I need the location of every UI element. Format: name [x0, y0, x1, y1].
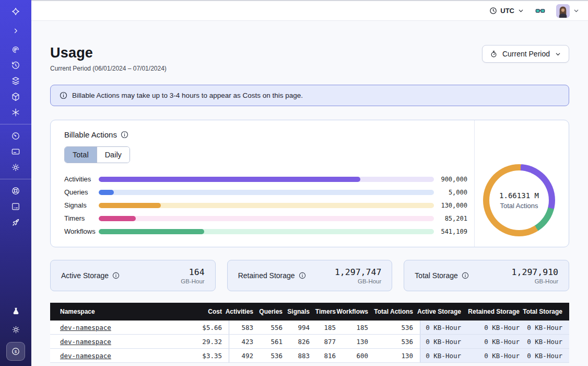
bar-label: Signals — [64, 201, 99, 209]
sidebar-item-usage[interactable] — [0, 128, 31, 144]
stopwatch-icon — [490, 50, 498, 58]
page-title: Usage — [50, 45, 167, 61]
cell-cost: 29.32 — [179, 335, 229, 348]
cell-active-storage: 0 KB-Hour — [420, 321, 468, 334]
asterisk-icon — [10, 107, 21, 118]
donut-center: 1.66131 M Total Actions — [483, 164, 555, 236]
sidebar: $ — [0, 0, 31, 366]
timezone-selector[interactable]: UTC — [489, 7, 524, 15]
sidebar-item-labs[interactable] — [0, 302, 31, 320]
table-header: Namespace Cost Activities Queries Signal… — [50, 303, 569, 321]
sidebar-item-spiral[interactable] — [0, 42, 31, 58]
cell-workflows: 185 — [343, 321, 375, 334]
cell-queries: 536 — [260, 349, 289, 362]
page-subtitle: Current Period (06/01/2024 – 07/01/2024) — [50, 65, 167, 72]
sidebar-item-expand[interactable] — [0, 23, 31, 39]
cell-total-storage: 0 KB-Hour — [526, 335, 569, 348]
period-selector-button[interactable]: Current Period — [482, 45, 569, 63]
cell-cost: $3.35 — [179, 349, 229, 362]
namespace-link[interactable]: dev-namespace — [60, 324, 111, 331]
info-icon[interactable] — [462, 272, 469, 279]
glasses-button[interactable] — [535, 5, 546, 16]
chevron-right-icon — [11, 26, 20, 36]
sidebar-divider — [0, 124, 31, 124]
page-content: Usage Current Period (06/01/2024 – 07/01… — [31, 21, 588, 366]
layers-icon — [10, 76, 21, 86]
cell-timers: 816 — [316, 349, 343, 362]
cell-cost: $5.66 — [179, 321, 229, 334]
bar-value: 5,000 — [434, 189, 475, 196]
storage-cards-row: Active Storage 164 GB-Hour Retained Stor… — [50, 260, 569, 291]
bar-value: 541,109 — [434, 228, 475, 235]
cell-total-storage: 0 KB-Hour — [526, 349, 569, 362]
sun-icon — [11, 325, 21, 335]
sidebar-divider — [0, 179, 31, 179]
bar-track — [99, 177, 434, 182]
spiral-icon — [10, 44, 21, 55]
rocket-icon — [10, 217, 21, 227]
tab-daily[interactable]: Daily — [97, 147, 130, 163]
bar-label: Activities — [64, 175, 99, 183]
cell-retained-storage: 0 KB-Hour — [468, 349, 526, 362]
sidebar-item-home[interactable] — [0, 3, 31, 21]
column-active-storage: Active Storage — [420, 303, 468, 321]
total-storage-value: 1,297,910 — [512, 267, 558, 277]
user-menu[interactable] — [556, 4, 580, 18]
timezone-label: UTC — [500, 7, 514, 15]
namespace-link[interactable]: dev-namespace — [60, 352, 111, 360]
cell-retained-storage: 0 KB-Hour — [468, 321, 526, 334]
card-divider — [474, 120, 475, 247]
cell-signals: 883 — [289, 349, 316, 362]
column-namespace: Namespace — [50, 303, 179, 321]
active-storage-label: Active Storage — [61, 271, 109, 280]
bar-fill — [99, 229, 204, 234]
total-storage-card: Total Storage 1,297,910 GB-Hour — [404, 260, 569, 291]
bar-row-workflows: Workflows 541,109 — [64, 225, 475, 238]
cell-activities: 423 — [229, 335, 260, 348]
bar-row-signals: Signals 130,000 — [64, 199, 475, 212]
sidebar-item-nexus[interactable] — [0, 105, 31, 120]
retained-storage-value: 1,297,747 — [335, 267, 381, 277]
info-icon[interactable] — [299, 272, 306, 279]
column-workflows: Workflows — [343, 303, 375, 321]
info-icon[interactable] — [121, 131, 128, 139]
cell-retained-storage: 0 KB-Hour — [468, 335, 526, 348]
sidebar-item-support[interactable] — [0, 183, 31, 199]
total-storage-label: Total Storage — [415, 271, 458, 280]
cell-total-actions: 130 — [375, 349, 420, 362]
sidebar-item-theme-toggle[interactable] — [0, 320, 31, 339]
sidebar-item-settings[interactable] — [0, 159, 31, 175]
billable-actions-card: Billable Actions Total Daily Activities … — [50, 120, 569, 247]
cell-queries: 556 — [260, 321, 289, 334]
cell-activities: 583 — [229, 321, 260, 334]
sidebar-item-layers[interactable] — [0, 73, 31, 89]
tab-total[interactable]: Total — [65, 147, 97, 163]
namespace-link[interactable]: dev-namespace — [60, 338, 111, 346]
info-icon — [60, 92, 67, 99]
cell-activities: 492 — [229, 349, 260, 362]
sidebar-item-schedules[interactable] — [0, 58, 31, 73]
sidebar-bottom-group: $ — [0, 302, 31, 366]
column-total-actions: Total Actions — [375, 303, 420, 321]
sidebar-item-feedback[interactable] — [0, 199, 31, 214]
flask-icon — [11, 306, 21, 316]
retained-storage-label: Retained Storage — [238, 271, 295, 280]
column-total-storage: Total Storage — [526, 303, 569, 321]
temporal-logo-icon — [10, 6, 21, 18]
bar-fill — [99, 216, 136, 221]
glasses-icon — [535, 5, 546, 16]
column-activities: Activities — [229, 303, 260, 321]
bar-track — [99, 203, 434, 208]
avatar — [556, 4, 570, 18]
gear-icon — [10, 162, 21, 173]
donut-total-label: Total Actions — [500, 202, 538, 210]
sidebar-item-deployments[interactable] — [0, 89, 31, 105]
credit-card-icon — [10, 146, 21, 157]
sidebar-item-billing[interactable] — [0, 144, 31, 159]
sidebar-item-usage-billing-active[interactable]: $ — [6, 342, 25, 361]
info-icon[interactable] — [112, 272, 120, 279]
cell-total-actions: 536 — [375, 335, 420, 348]
lifebuoy-icon — [10, 186, 21, 196]
sidebar-item-getting-started[interactable] — [0, 214, 31, 230]
terminal-icon — [10, 201, 21, 212]
